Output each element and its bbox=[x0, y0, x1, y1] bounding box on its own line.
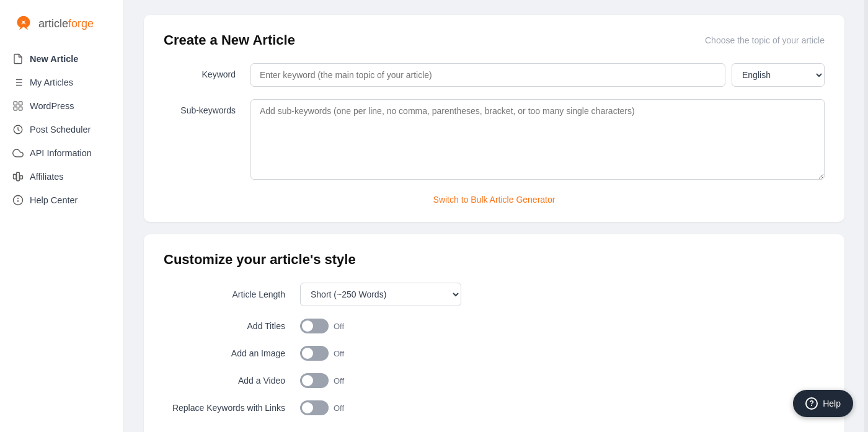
add-image-label: Add an Image bbox=[164, 348, 300, 358]
subkeywords-textarea[interactable] bbox=[250, 99, 825, 180]
sidebar-item-api-information[interactable]: API Information bbox=[0, 141, 123, 165]
help-button-label: Help bbox=[823, 399, 841, 408]
customize-style-header: Customize your article's style bbox=[164, 252, 825, 268]
replace-keywords-row: Replace Keywords with Links Off bbox=[164, 400, 825, 415]
svg-rect-6 bbox=[14, 102, 17, 105]
keyword-label: Keyword bbox=[164, 63, 250, 79]
wordpress-icon bbox=[12, 100, 24, 112]
replace-keywords-label: Replace Keywords with Links bbox=[164, 403, 300, 413]
add-titles-row: Add Titles Off bbox=[164, 319, 825, 333]
add-video-toggle-container: Off bbox=[300, 373, 344, 388]
add-titles-label: Add Titles bbox=[164, 321, 300, 331]
svg-point-16 bbox=[18, 198, 19, 199]
create-article-card: Create a New Article Choose the topic of… bbox=[144, 15, 844, 222]
add-video-row: Add a Video Off bbox=[164, 373, 825, 388]
help-icon bbox=[12, 195, 24, 206]
create-article-title: Create a New Article bbox=[164, 32, 295, 48]
add-image-toggle[interactable] bbox=[300, 346, 329, 361]
add-titles-toggle[interactable] bbox=[300, 319, 329, 333]
replace-keywords-toggle-container: Off bbox=[300, 400, 344, 415]
main-content: Create a New Article Choose the topic of… bbox=[124, 0, 864, 432]
create-article-header: Create a New Article Choose the topic of… bbox=[164, 32, 825, 48]
scrollbar[interactable] bbox=[864, 0, 868, 432]
svg-rect-11 bbox=[14, 174, 17, 179]
svg-rect-9 bbox=[19, 107, 22, 110]
clock-icon bbox=[12, 124, 24, 135]
replace-keywords-slider bbox=[300, 400, 329, 415]
sidebar-item-my-articles[interactable]: My Articles bbox=[0, 71, 123, 94]
help-circle-icon: ? bbox=[805, 397, 818, 410]
svg-rect-7 bbox=[19, 102, 22, 105]
add-titles-toggle-container: Off bbox=[300, 319, 344, 333]
sidebar-item-wordpress[interactable]: WordPress bbox=[0, 94, 123, 118]
add-image-toggle-container: Off bbox=[300, 346, 344, 361]
svg-rect-8 bbox=[14, 107, 17, 110]
sidebar-item-post-scheduler[interactable]: Post Scheduler bbox=[0, 118, 123, 141]
language-select[interactable]: English French Spanish German Italian Po… bbox=[732, 63, 825, 87]
cloud-icon bbox=[12, 148, 24, 159]
article-length-row: Article Length Short (~250 Words) Medium… bbox=[164, 283, 825, 306]
switch-to-bulk-link[interactable]: Switch to Bulk Article Generator bbox=[164, 195, 825, 205]
add-image-row: Add an Image Off bbox=[164, 346, 825, 361]
sidebar-item-help-center[interactable]: Help Center bbox=[0, 188, 123, 212]
sidebar-item-help-center-label: Help Center bbox=[30, 195, 78, 205]
customize-style-card: Customize your article's style Article L… bbox=[144, 234, 844, 432]
keyword-input[interactable] bbox=[250, 63, 725, 87]
sidebar-item-affiliates[interactable]: Affiliates bbox=[0, 165, 123, 188]
sidebar-item-wordpress-label: WordPress bbox=[30, 101, 74, 111]
document-icon bbox=[12, 53, 24, 64]
article-length-select[interactable]: Short (~250 Words) Medium (~500 Words) L… bbox=[300, 283, 461, 306]
sidebar: articleforge New Article My Articles Wor… bbox=[0, 0, 124, 432]
sidebar-item-api-information-label: API Information bbox=[30, 148, 92, 158]
add-video-off-label: Off bbox=[334, 376, 344, 386]
sidebar-item-affiliates-label: Affiliates bbox=[30, 172, 64, 182]
add-image-slider bbox=[300, 346, 329, 361]
keyword-row: Keyword English French Spanish German It… bbox=[164, 63, 825, 87]
customize-style-title: Customize your article's style bbox=[164, 252, 356, 268]
add-image-off-label: Off bbox=[334, 349, 344, 358]
replace-keywords-off-label: Off bbox=[334, 403, 344, 413]
svg-rect-13 bbox=[20, 176, 23, 179]
add-video-label: Add a Video bbox=[164, 376, 300, 386]
replace-keywords-toggle[interactable] bbox=[300, 400, 329, 415]
help-button[interactable]: ? Help bbox=[793, 390, 853, 417]
create-article-subtitle: Choose the topic of your article bbox=[705, 35, 825, 45]
sidebar-item-new-article-label: New Article bbox=[30, 54, 78, 64]
subkeywords-label: Sub-keywords bbox=[164, 99, 250, 115]
svg-rect-12 bbox=[17, 172, 20, 181]
add-titles-off-label: Off bbox=[334, 322, 344, 331]
sidebar-item-my-articles-label: My Articles bbox=[30, 77, 73, 87]
sidebar-item-post-scheduler-label: Post Scheduler bbox=[30, 125, 91, 134]
list-icon bbox=[12, 77, 24, 88]
subkeywords-row: Sub-keywords bbox=[164, 99, 825, 182]
affiliates-icon bbox=[12, 171, 24, 182]
logo-icon bbox=[12, 15, 35, 32]
add-titles-slider bbox=[300, 319, 329, 333]
logo: articleforge bbox=[0, 10, 123, 47]
add-video-toggle[interactable] bbox=[300, 373, 329, 388]
keyword-controls: English French Spanish German Italian Po… bbox=[250, 63, 825, 87]
logo-text: articleforge bbox=[38, 17, 94, 30]
add-video-slider bbox=[300, 373, 329, 388]
sidebar-item-new-article[interactable]: New Article bbox=[0, 47, 123, 71]
article-length-label: Article Length bbox=[164, 289, 300, 299]
